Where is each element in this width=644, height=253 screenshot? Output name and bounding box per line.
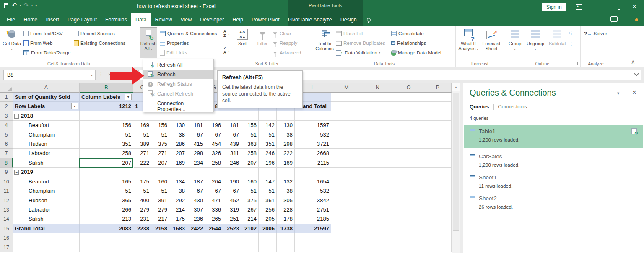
cell-G9[interactable] — [205, 168, 223, 177]
cell-L5[interactable]: 532 — [295, 130, 331, 139]
cell-D17[interactable] — [151, 243, 169, 252]
cell-C4[interactable]: 169 — [133, 121, 151, 130]
cell-B3[interactable] — [80, 111, 133, 121]
cell-A5[interactable]: Champlain — [13, 130, 80, 139]
row-header-4[interactable]: 4 — [0, 121, 13, 130]
select-all-corner[interactable] — [0, 83, 13, 93]
cell-M16[interactable] — [331, 233, 362, 243]
cell-D15[interactable]: 2158 — [151, 224, 169, 233]
cell-P3[interactable] — [424, 111, 452, 121]
cell-B5[interactable]: 51 — [80, 130, 133, 139]
cell-P11[interactable] — [424, 186, 452, 196]
cell-D6[interactable]: 375 — [151, 139, 169, 149]
cell-L13[interactable]: 2751 — [295, 205, 331, 214]
cell-L4[interactable]: 1597 — [295, 121, 331, 130]
cell-N11[interactable] — [362, 186, 393, 196]
cell-B2[interactable]: 1212 — [80, 102, 133, 111]
cell-G8[interactable]: 258 — [205, 158, 223, 168]
row-header-15[interactable]: 15 — [0, 224, 13, 233]
tab-view[interactable]: View — [176, 13, 196, 26]
cell-L14[interactable]: 2185 — [295, 214, 331, 224]
cell-K16[interactable] — [277, 233, 295, 243]
cell-H9[interactable] — [223, 168, 241, 177]
row-header-10[interactable]: 10 — [0, 177, 13, 186]
cell-L10[interactable]: 1654 — [295, 177, 331, 186]
column-header-N[interactable]: N — [362, 83, 393, 93]
cell-H12[interactable]: 452 — [223, 196, 241, 205]
pane-tab-queries[interactable]: Queries — [470, 104, 489, 110]
cell-I8[interactable]: 207 — [241, 158, 259, 168]
cell-K7[interactable]: 222 — [277, 149, 295, 158]
cell-L12[interactable]: 3842 — [295, 196, 331, 205]
cell-J8[interactable]: 196 — [259, 158, 277, 168]
cell-B9[interactable] — [80, 168, 133, 177]
show-detail-button[interactable]: ⁺⫶ — [568, 29, 572, 38]
scroll-up-icon[interactable]: ▲ — [452, 83, 460, 91]
cell-O1[interactable] — [393, 93, 424, 102]
cell-G11[interactable]: 67 — [205, 186, 223, 196]
manage-data-model-button[interactable]: Manage Data Model — [391, 49, 441, 57]
cell-B13[interactable]: 266 — [80, 205, 133, 214]
cell-N1[interactable] — [362, 93, 393, 102]
cell-J5[interactable]: 51 — [259, 130, 277, 139]
get-data-button[interactable]: Get Data ▾ — [2, 28, 21, 52]
cell-A10[interactable]: Beaufort — [13, 177, 80, 186]
cell-N17[interactable] — [362, 243, 393, 252]
cell-O6[interactable] — [393, 139, 424, 149]
cell-F14[interactable]: 236 — [187, 214, 205, 224]
cell-C16[interactable] — [133, 233, 151, 243]
cell-N6[interactable] — [362, 139, 393, 149]
filter-dropdown-icon[interactable]: ▼ — [125, 94, 132, 100]
query-item-sheet1[interactable]: Sheet1 11 rows loaded. — [464, 171, 643, 194]
cell-O11[interactable] — [393, 186, 424, 196]
cell-K8[interactable]: 169 — [277, 158, 295, 168]
cell-F16[interactable] — [187, 233, 205, 243]
cell-K11[interactable]: 38 — [277, 186, 295, 196]
cell-N8[interactable] — [362, 158, 393, 168]
cell-J7[interactable]: 246 — [259, 149, 277, 158]
from-web-button[interactable]: From Web — [23, 39, 52, 47]
cell-G14[interactable]: 265 — [205, 214, 223, 224]
cell-I17[interactable] — [241, 243, 259, 252]
cell-K14[interactable]: 178 — [277, 214, 295, 224]
scrollbar-thumb[interactable] — [453, 93, 459, 231]
cell-F12[interactable]: 430 — [187, 196, 205, 205]
filter-dropdown-icon[interactable]: ▼ — [71, 103, 78, 109]
cell-K15[interactable]: 1738 — [277, 224, 295, 233]
cell-O14[interactable] — [393, 214, 424, 224]
cell-M13[interactable] — [331, 205, 362, 214]
cell-J4[interactable]: 142 — [259, 121, 277, 130]
cell-J11[interactable]: 51 — [259, 186, 277, 196]
pane-close-icon[interactable]: × — [632, 89, 636, 96]
cell-F11[interactable]: 67 — [187, 186, 205, 196]
row-header-3[interactable]: 3 — [0, 111, 13, 121]
cell-F17[interactable] — [187, 243, 205, 252]
cell-E17[interactable] — [169, 243, 187, 252]
redo-icon[interactable]: ↷ — [23, 2, 29, 9]
cell-O13[interactable] — [393, 205, 424, 214]
cell-F8[interactable]: 234 — [187, 158, 205, 168]
menu-item-refresh-all[interactable]: Refresh All — [143, 60, 213, 70]
cell-O2[interactable] — [393, 102, 424, 111]
cell-F4[interactable]: 181 — [187, 121, 205, 130]
refresh-all-button[interactable]: ↻ Refresh All ▾ — [140, 27, 157, 58]
cell-I4[interactable]: 156 — [241, 121, 259, 130]
cell-P9[interactable] — [424, 168, 452, 177]
cell-I3[interactable] — [241, 111, 259, 121]
cell-O8[interactable] — [393, 158, 424, 168]
cell-H13[interactable]: 319 — [223, 205, 241, 214]
cell-N10[interactable] — [362, 177, 393, 186]
consolidate-button[interactable]: Consolidate — [391, 29, 424, 38]
cell-J13[interactable]: 256 — [259, 205, 277, 214]
row-header-16[interactable]: 16 — [0, 233, 13, 243]
cell-E15[interactable]: 1683 — [169, 224, 187, 233]
cell-A7[interactable]: Labrador — [13, 149, 80, 158]
tab-page-layout[interactable]: Page Layout — [63, 13, 101, 26]
tab-review[interactable]: Review — [151, 13, 176, 26]
cell-A8[interactable]: Salish — [13, 158, 80, 168]
cell-L7[interactable]: 2668 — [295, 149, 331, 158]
row-header-8[interactable]: 8 — [0, 158, 13, 168]
cell-L17[interactable] — [295, 243, 331, 252]
sort-button[interactable]: Z AA Z Sort — [233, 28, 252, 46]
solver-button[interactable]: ?→ Solver — [584, 29, 607, 38]
